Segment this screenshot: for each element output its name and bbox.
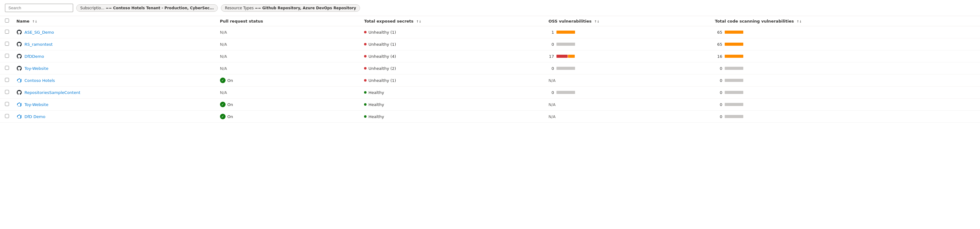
unhealthy-dot bbox=[364, 67, 366, 69]
on-check-icon: ✓ bbox=[220, 102, 226, 107]
code-scan-sort-icon: ↑↓ bbox=[797, 20, 802, 23]
row-oss-cell: 0 bbox=[545, 62, 711, 74]
bar-segment bbox=[557, 43, 575, 46]
github-icon bbox=[16, 41, 22, 47]
secret-cell: Healthy bbox=[364, 102, 541, 107]
table-row: Contoso Hotels ✓On Unhealthy (1) N/A 0 bbox=[0, 74, 980, 87]
secret-cell: Unhealthy (4) bbox=[364, 54, 541, 59]
bar-segment bbox=[725, 91, 743, 94]
row-checkbox-cell bbox=[0, 74, 13, 87]
code-scan-number: 0 bbox=[715, 78, 722, 83]
row-checkbox-cell bbox=[0, 51, 13, 62]
secret-cell: Healthy bbox=[364, 90, 541, 95]
code-scan-number: 65 bbox=[715, 42, 722, 47]
table-row: Toy-Website N/A Unhealthy (2) 0 0 bbox=[0, 62, 980, 74]
row-pull-request-cell: N/A bbox=[216, 62, 361, 74]
bar-container bbox=[725, 55, 743, 58]
repo-name-link[interactable]: Contoso Hotels bbox=[24, 78, 55, 83]
code-scan-cell: 65 bbox=[715, 42, 976, 47]
bar-container bbox=[725, 91, 743, 94]
unhealthy-dot bbox=[364, 31, 366, 33]
row-name-cell: Toy-Website bbox=[13, 62, 216, 74]
repo-name-link[interactable]: ASE_SG_Demo bbox=[24, 30, 54, 35]
code-scan-cell: 0 bbox=[715, 90, 976, 95]
pr-on-status: ✓On bbox=[220, 102, 357, 107]
row-oss-cell: 1 bbox=[545, 26, 711, 38]
code-scan-number: 0 bbox=[715, 102, 722, 107]
pr-on-label: On bbox=[228, 102, 233, 107]
name-cell: RS_ramontest bbox=[16, 41, 213, 47]
bar-container bbox=[725, 79, 743, 82]
pr-on-label: On bbox=[228, 114, 233, 119]
row-checkbox[interactable] bbox=[5, 54, 9, 58]
row-checkbox[interactable] bbox=[5, 78, 9, 82]
name-cell: RepositoriesSampleContent bbox=[16, 90, 213, 95]
secret-cell: Unhealthy (1) bbox=[364, 42, 541, 47]
bar-container bbox=[557, 43, 575, 46]
col-name[interactable]: Name ↑↓ bbox=[13, 16, 216, 26]
row-oss-cell: 0 bbox=[545, 87, 711, 99]
repo-name-link[interactable]: DfD Demo bbox=[24, 114, 45, 119]
main-table: Name ↑↓ Pull request status Total expose… bbox=[0, 16, 980, 123]
row-checkbox-cell bbox=[0, 111, 13, 123]
col-code-scan[interactable]: Total code scanning vulnerabilities ↑↓ bbox=[711, 16, 980, 26]
bar-container bbox=[557, 31, 575, 34]
row-pull-request-cell: ✓On bbox=[216, 99, 361, 111]
code-scan-cell: 0 bbox=[715, 66, 976, 71]
repo-name-link[interactable]: DfDDemo bbox=[24, 54, 44, 59]
bar-segment bbox=[725, 79, 743, 82]
row-checkbox[interactable] bbox=[5, 102, 9, 106]
secret-label: Unhealthy (1) bbox=[368, 42, 396, 47]
repo-name-link[interactable]: RepositoriesSampleContent bbox=[24, 90, 80, 95]
on-check-icon: ✓ bbox=[220, 77, 226, 83]
oss-number: 17 bbox=[549, 54, 554, 59]
repo-name-link[interactable]: Toy-Website bbox=[24, 66, 48, 71]
row-checkbox[interactable] bbox=[5, 90, 9, 94]
row-name-cell: ASE_SG_Demo bbox=[13, 26, 216, 38]
bar-container bbox=[557, 67, 575, 70]
col-oss[interactable]: OSS vulnerabilities ↑↓ bbox=[545, 16, 711, 26]
name-cell: Toy-Website bbox=[16, 66, 213, 71]
table-row: RS_ramontest N/A Unhealthy (1) 0 65 bbox=[0, 38, 980, 51]
row-secrets-cell: Healthy bbox=[360, 87, 545, 99]
select-all-checkbox[interactable] bbox=[5, 19, 9, 22]
name-cell: DfDDemo bbox=[16, 54, 213, 59]
table-row: DfD Demo ✓On Healthy N/A 0 bbox=[0, 111, 980, 123]
oss-cell: 1 bbox=[549, 30, 707, 35]
row-checkbox[interactable] bbox=[5, 42, 9, 46]
bar-segment bbox=[557, 91, 575, 94]
secrets-sort-icon: ↑↓ bbox=[416, 20, 422, 23]
row-name-cell: RepositoriesSampleContent bbox=[13, 87, 216, 99]
pr-na-label: N/A bbox=[220, 42, 227, 47]
row-code-scan-cell: 0 bbox=[711, 87, 980, 99]
filter-resource-type[interactable]: Resource Types == Github Repository, Azu… bbox=[221, 4, 360, 12]
bar-container bbox=[725, 103, 743, 106]
ado-icon bbox=[16, 77, 22, 83]
name-sort-icon: ↑↓ bbox=[32, 20, 38, 23]
oss-cell: 0 bbox=[549, 66, 707, 71]
repo-name-link[interactable]: Toy-Website bbox=[24, 102, 48, 107]
oss-number: 1 bbox=[549, 30, 554, 35]
oss-na-label: N/A bbox=[549, 102, 555, 107]
code-scan-cell: 65 bbox=[715, 30, 976, 35]
row-pull-request-cell: ✓On bbox=[216, 111, 361, 123]
row-checkbox-cell bbox=[0, 26, 13, 38]
on-check-icon: ✓ bbox=[220, 114, 226, 119]
row-code-scan-cell: 0 bbox=[711, 99, 980, 111]
table-body: ASE_SG_Demo N/A Unhealthy (1) 1 65 RS_ra… bbox=[0, 26, 980, 123]
github-icon bbox=[16, 90, 22, 95]
row-checkbox[interactable] bbox=[5, 30, 9, 34]
bar-segment bbox=[557, 31, 575, 34]
search-input[interactable] bbox=[5, 4, 73, 12]
filter-subscription[interactable]: Subscriptio... == Contoso Hotels Tenant … bbox=[76, 4, 218, 12]
code-scan-number: 0 bbox=[715, 114, 722, 119]
col-checkbox bbox=[0, 16, 13, 26]
unhealthy-dot bbox=[364, 43, 366, 46]
pr-on-status: ✓On bbox=[220, 114, 357, 119]
row-checkbox[interactable] bbox=[5, 66, 9, 70]
repo-name-link[interactable]: RS_ramontest bbox=[24, 42, 52, 47]
row-checkbox[interactable] bbox=[5, 114, 9, 118]
col-pull-request[interactable]: Pull request status bbox=[216, 16, 361, 26]
pr-na-label: N/A bbox=[220, 30, 227, 35]
col-secrets[interactable]: Total exposed secrets ↑↓ bbox=[360, 16, 545, 26]
